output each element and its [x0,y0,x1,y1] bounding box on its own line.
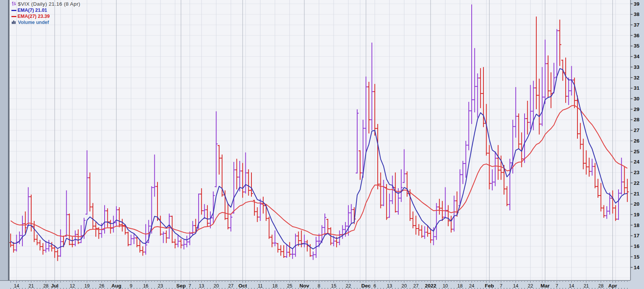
svg-text:Jul: Jul [51,283,59,289]
svg-text:2022: 2022 [425,283,436,289]
svg-text:18: 18 [272,283,278,289]
svg-text:22: 22 [634,180,639,186]
svg-text:21: 21 [29,283,34,289]
svg-text:36: 36 [634,33,640,38]
vix-stockchart: 142128Jul121926Aug91623Sep7132027Oct1118… [0,0,644,289]
svg-text:32: 32 [634,75,639,81]
svg-text:18: 18 [457,283,463,289]
svg-text:Sep: Sep [176,283,186,289]
ema7-swatch-icon [11,10,16,11]
svg-text:25: 25 [287,283,292,289]
symbol-title: $VIX (Daily) 21.16 (8 Apr) [18,1,80,7]
ema27-swatch-icon [11,16,16,17]
svg-text:Feb: Feb [485,283,494,289]
svg-text:6: 6 [374,283,376,289]
svg-text:22: 22 [528,283,533,289]
svg-text:10: 10 [443,283,448,289]
svg-text:13: 13 [199,283,204,289]
svg-text:35: 35 [634,43,640,49]
ema27-legend-row: EMA(27) 23.39 [11,13,80,19]
svg-text:29: 29 [634,106,639,112]
svg-text:7: 7 [555,283,558,289]
svg-text:28: 28 [634,117,640,122]
svg-text:39: 39 [634,1,639,7]
svg-text:28: 28 [43,283,49,289]
svg-text:24: 24 [634,159,640,165]
svg-text:30: 30 [634,96,639,102]
svg-text:Apr: Apr [608,283,617,289]
svg-text:33: 33 [634,64,640,70]
svg-text:13: 13 [387,283,392,289]
svg-text:26: 26 [634,138,640,144]
svg-text:16: 16 [143,283,148,289]
svg-text:Dec: Dec [361,283,371,289]
svg-text:Aug: Aug [111,283,121,289]
svg-text:28: 28 [598,283,604,289]
svg-text:23: 23 [634,170,640,175]
chart-legend: $VIX (Daily) 21.16 (8 Apr) EMA(7) 21.01 … [11,1,80,25]
svg-text:8: 8 [318,283,320,289]
svg-text:7: 7 [500,283,502,289]
svg-text:14: 14 [569,283,574,289]
svg-text:21: 21 [634,191,640,197]
svg-text:37: 37 [634,22,639,28]
svg-text:20: 20 [634,201,639,207]
svg-text:25: 25 [634,149,640,154]
svg-text:34: 34 [634,54,640,59]
svg-text:14: 14 [513,283,518,289]
volume-legend-row: Volume undef [11,19,80,25]
svg-text:19: 19 [634,212,639,218]
svg-text:24: 24 [469,283,474,289]
svg-text:11: 11 [258,283,263,289]
svg-text:Nov: Nov [299,283,309,289]
svg-text:23: 23 [158,283,163,289]
candlestick-icon [11,1,16,7]
svg-text:20: 20 [402,283,407,289]
symbol-title-row: $VIX (Daily) 21.16 (8 Apr) [11,1,80,7]
volume-bars-icon [11,19,16,25]
svg-text:12: 12 [70,283,75,289]
ema7-legend: EMA(7) 21.01 [17,7,47,13]
svg-text:27: 27 [228,283,234,289]
ema7-legend-row: EMA(7) 21.01 [11,7,80,13]
window-edge [0,0,8,280]
price-chart-canvas: 142128Jul121926Aug91623Sep7132027Oct1118… [0,0,644,289]
svg-text:20: 20 [213,283,219,289]
svg-text:Oct: Oct [239,283,247,289]
svg-text:19: 19 [84,283,90,289]
svg-text:22: 22 [346,283,351,289]
svg-text:21: 21 [584,283,589,289]
svg-text:15: 15 [331,283,336,289]
ema27-legend: EMA(27) 23.39 [17,13,50,19]
svg-text:26: 26 [99,283,104,289]
svg-text:Mar: Mar [541,283,550,289]
svg-text:7: 7 [188,283,191,289]
svg-text:18: 18 [634,222,640,228]
svg-text:27: 27 [413,283,418,289]
svg-text:14: 14 [14,283,19,289]
volume-legend: Volume undef [18,19,49,25]
svg-text:31: 31 [634,85,640,91]
svg-text:9: 9 [130,283,132,289]
svg-text:17: 17 [634,233,639,238]
svg-text:15: 15 [634,254,640,260]
svg-text:16: 16 [634,243,640,249]
svg-text:38: 38 [634,11,640,17]
svg-text:14: 14 [634,265,640,270]
svg-text:27: 27 [634,127,639,133]
